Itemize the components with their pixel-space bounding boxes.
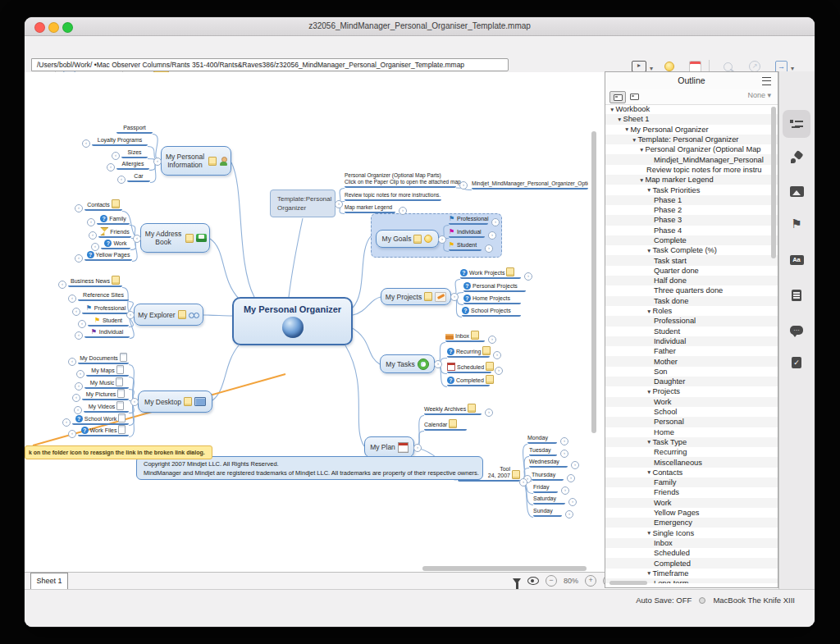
file-path-bar[interactable]: /Users/bobl/Work/ •Mac Observer Columns/… xyxy=(31,58,509,71)
address-book-subtopic[interactable]: Yellow Pages xyxy=(84,250,132,261)
explorer-subtopic[interactable]: Student xyxy=(88,316,129,327)
outline-vertical-scrollbar[interactable] xyxy=(771,107,776,258)
outline-row[interactable]: Phase 2 xyxy=(605,205,778,215)
branch-toggle-icon[interactable]: › xyxy=(413,444,422,452)
branch-toggle-icon[interactable]: ‹ xyxy=(117,176,126,184)
goals-subtopic[interactable]: Professional xyxy=(449,214,488,225)
outline-row[interactable]: Recurring xyxy=(605,447,778,457)
outline-view-toggle-2[interactable] xyxy=(627,91,641,102)
presentation-icon[interactable] xyxy=(632,61,646,72)
template-subtopic[interactable]: Map marker Legend xyxy=(345,203,395,213)
map-canvas[interactable]: My Personal InformationPassportLoyalty P… xyxy=(25,72,605,572)
branch-toggle-icon[interactable]: ‹ xyxy=(75,331,83,340)
disclosure-triangle-icon[interactable]: ▼ xyxy=(632,137,637,143)
tasks-subtopic[interactable]: Scheduled xyxy=(447,363,491,373)
filter-icon[interactable] xyxy=(513,578,521,584)
outline-row[interactable]: Mindjet_MindManager_Personal xyxy=(605,154,778,164)
sidebar-comments-button[interactable] xyxy=(783,316,810,344)
branch-toggle-icon[interactable]: › xyxy=(485,409,493,417)
outline-row[interactable]: Half done xyxy=(605,276,778,285)
desktop-topic[interactable]: My Desktop xyxy=(138,391,212,413)
broken-link-callout[interactable]: k on the folder icon to reassign the lin… xyxy=(25,445,212,459)
outline-row[interactable]: ▼Workbook xyxy=(605,104,778,114)
sidebar-notes-button[interactable] xyxy=(783,281,810,309)
outline-row[interactable]: Family xyxy=(605,477,778,487)
disclosure-triangle-icon[interactable]: ▼ xyxy=(624,126,629,132)
canvas-horizontal-scrollbar[interactable] xyxy=(422,566,587,571)
branch-toggle-icon[interactable]: › xyxy=(335,200,343,208)
sidebar-outline-button[interactable] xyxy=(783,110,810,138)
copyright-topic[interactable]: Copyright 2007 Mindjet LLC. All Rights R… xyxy=(136,456,483,480)
disclosure-triangle-icon[interactable]: ▼ xyxy=(609,107,614,112)
template-subtopic[interactable]: Review topic notes for more instructions… xyxy=(345,190,441,201)
explorer-topic[interactable]: My Explorer xyxy=(134,304,203,326)
show-hide-icon[interactable] xyxy=(527,577,539,585)
address-book-topic[interactable]: My Address Book xyxy=(140,223,210,253)
plan-topic[interactable]: My Plan xyxy=(364,436,414,458)
address-book-subtopic[interactable]: Work xyxy=(101,239,130,249)
branch-toggle-icon[interactable]: ‹ xyxy=(75,382,83,391)
branch-toggle-icon[interactable]: ‹ xyxy=(82,139,90,148)
outline-row[interactable]: Work xyxy=(605,498,778,508)
idea-bulb-icon[interactable] xyxy=(664,62,674,71)
disclosure-triangle-icon[interactable]: ▼ xyxy=(639,147,644,153)
outline-row[interactable]: ▼Roles xyxy=(605,306,778,316)
disclosure-triangle-icon[interactable]: ▼ xyxy=(646,187,651,193)
goals-subtopic[interactable]: Individual xyxy=(449,227,485,238)
explorer-subtopic[interactable]: Business News xyxy=(68,276,122,287)
branch-toggle-icon[interactable]: ‹ xyxy=(62,418,71,427)
weekly-planner-subtopic[interactable]: Monday xyxy=(527,433,557,444)
branch-toggle-icon[interactable]: ‹ xyxy=(107,163,115,171)
outline-row[interactable]: Mother xyxy=(605,356,778,366)
branch-toggle-icon[interactable]: ‹ xyxy=(112,152,120,160)
disclosure-triangle-icon[interactable]: ▼ xyxy=(639,177,644,183)
outline-row[interactable]: Task done xyxy=(605,296,778,306)
branch-toggle-icon[interactable]: › xyxy=(560,437,568,445)
explorer-subtopic[interactable]: Individual xyxy=(84,327,130,338)
desktop-subtopic[interactable]: School Work xyxy=(72,414,129,425)
branch-toggle-icon[interactable]: ‹ xyxy=(87,218,95,226)
outline-row[interactable]: Professional xyxy=(605,316,778,326)
outline-row[interactable]: ▼Timeframe xyxy=(605,569,778,578)
branch-toggle-icon[interactable]: › xyxy=(560,450,568,458)
outline-row[interactable]: Completed xyxy=(605,558,778,568)
projects-topic[interactable]: My Projects xyxy=(381,288,451,305)
template-subtopic[interactable]: Mindjet_MindManager_Personal_Organizer_O… xyxy=(472,179,588,190)
disclosure-triangle-icon[interactable]: ▼ xyxy=(646,570,651,576)
outline-row[interactable]: ▼Map marker Legend xyxy=(605,175,778,185)
outline-filter-select[interactable]: None ▾ xyxy=(747,91,771,99)
outline-row[interactable]: ▼Template: Personal Organizer xyxy=(605,135,778,144)
outline-row[interactable]: Personal xyxy=(605,417,778,427)
outline-row[interactable]: Scheduled xyxy=(605,548,778,558)
branch-toggle-icon[interactable]: ‹ xyxy=(130,398,139,406)
personal-information-subtopic[interactable]: Car xyxy=(127,171,150,182)
sidebar-tasks-button[interactable] xyxy=(783,349,810,377)
branch-toggle-icon[interactable]: › xyxy=(459,181,468,190)
weekly-planner-subtopic[interactable]: Friday xyxy=(533,482,558,493)
desktop-subtopic[interactable]: My Documents xyxy=(78,354,129,364)
personal-information-subtopic[interactable]: Sizes xyxy=(121,148,148,158)
zoom-level[interactable]: 80% xyxy=(564,577,578,585)
weekly-planner-subtopic[interactable]: Wednesday xyxy=(529,457,568,468)
outline-row[interactable]: ▼Sheet 1 xyxy=(605,114,778,124)
personal-information-subtopic[interactable]: Loyalty Programs xyxy=(92,135,148,146)
outline-row[interactable]: Inbox xyxy=(605,538,778,548)
outline-row[interactable]: ▼Projects xyxy=(605,386,778,396)
outline-row[interactable]: Work xyxy=(605,397,778,407)
tasks-subtopic[interactable]: Recurring xyxy=(447,347,490,358)
outline-row[interactable]: Complete xyxy=(605,235,778,245)
sidebar-images-button[interactable] xyxy=(783,177,810,205)
outline-row[interactable]: Three quarters done xyxy=(605,285,778,295)
branch-toggle-icon[interactable]: ‹ xyxy=(72,308,80,316)
sheet-tab[interactable]: Sheet 1 xyxy=(30,573,68,589)
branch-toggle-icon[interactable]: ‹ xyxy=(68,430,76,438)
plan-subtopic[interactable]: Calendar xyxy=(424,420,467,431)
outline-row[interactable]: ▼Single Icons xyxy=(605,528,778,537)
projects-subtopic[interactable]: Work Projects xyxy=(460,268,521,279)
outline-row[interactable]: Yellow Pages xyxy=(605,508,778,518)
desktop-subtopic[interactable]: My Pictures xyxy=(82,390,129,400)
desktop-subtopic[interactable]: My Music xyxy=(84,378,129,389)
outline-row[interactable]: Phase 4 xyxy=(605,226,778,235)
disclosure-triangle-icon[interactable]: ▼ xyxy=(646,439,651,445)
desktop-subtopic[interactable]: My Maps xyxy=(86,366,129,377)
